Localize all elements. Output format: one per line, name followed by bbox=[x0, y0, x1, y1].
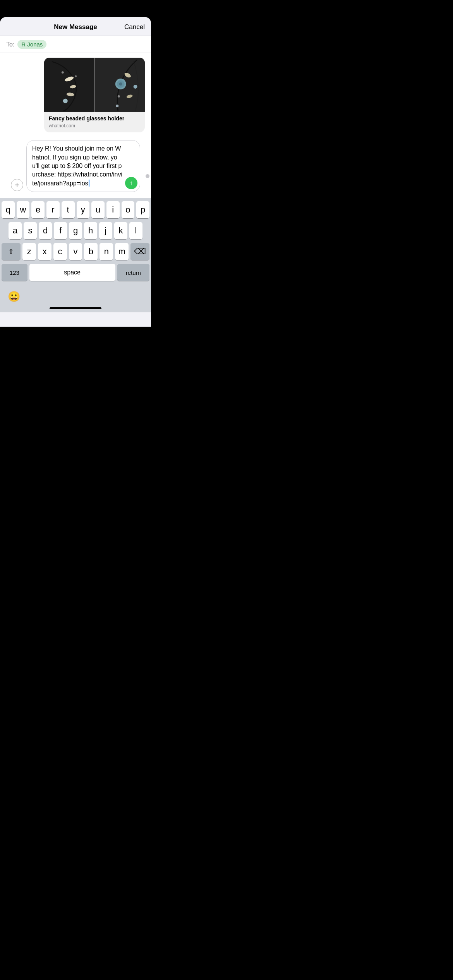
delete-icon: ⌫ bbox=[134, 247, 146, 257]
keyboard-row-2: a s d f g h j k l bbox=[2, 222, 149, 239]
link-preview-url: whatnot.com bbox=[49, 123, 140, 128]
emoji-button[interactable]: 😀 bbox=[6, 289, 22, 304]
key-c[interactable]: c bbox=[53, 243, 67, 260]
key-m[interactable]: m bbox=[115, 243, 129, 260]
link-preview-card[interactable]: Fancy beaded glasses holder whatnot.com bbox=[44, 58, 145, 132]
key-p[interactable]: p bbox=[136, 201, 149, 218]
key-h[interactable]: h bbox=[84, 222, 97, 239]
link-preview-title: Fancy beaded glasses holder bbox=[49, 115, 140, 122]
link-preview-images bbox=[44, 58, 145, 112]
svg-point-14 bbox=[133, 85, 137, 89]
key-j[interactable]: j bbox=[99, 222, 112, 239]
bottom-bar: 😀 bbox=[0, 286, 151, 307]
key-s[interactable]: s bbox=[24, 222, 37, 239]
to-field[interactable]: To: R Jonas bbox=[0, 36, 151, 53]
svg-point-11 bbox=[119, 82, 122, 86]
svg-point-6 bbox=[62, 71, 64, 74]
key-o[interactable]: o bbox=[122, 201, 135, 218]
link-preview-info: Fancy beaded glasses holder whatnot.com bbox=[44, 112, 145, 132]
svg-rect-0 bbox=[44, 58, 94, 111]
svg-point-5 bbox=[63, 99, 68, 103]
link-preview-image-left bbox=[44, 58, 95, 112]
add-attachment-button[interactable]: + bbox=[11, 179, 23, 191]
shift-icon: ⇧ bbox=[8, 247, 14, 256]
return-key[interactable]: return bbox=[117, 264, 149, 281]
keyboard-row-1: q w e r t y u i o p bbox=[2, 201, 149, 218]
key-e[interactable]: e bbox=[31, 201, 45, 218]
shift-key[interactable]: ⇧ bbox=[2, 243, 21, 260]
send-button[interactable]: ↑ bbox=[125, 177, 137, 189]
svg-point-16 bbox=[116, 105, 118, 107]
key-k[interactable]: k bbox=[114, 222, 127, 239]
svg-point-15 bbox=[117, 95, 120, 98]
header-bar: New Message Cancel bbox=[0, 17, 151, 36]
key-w[interactable]: w bbox=[17, 201, 30, 218]
delete-key[interactable]: ⌫ bbox=[130, 243, 149, 260]
key-i[interactable]: i bbox=[106, 201, 120, 218]
message-input[interactable]: Hey R! You should join me on Whatnot. If… bbox=[26, 140, 140, 192]
text-cursor bbox=[89, 180, 89, 187]
key-b[interactable]: b bbox=[84, 243, 98, 260]
key-r[interactable]: r bbox=[46, 201, 60, 218]
home-indicator-area bbox=[0, 307, 151, 312]
key-x[interactable]: x bbox=[38, 243, 51, 260]
recipient-chip[interactable]: R Jonas bbox=[17, 40, 46, 49]
key-l[interactable]: l bbox=[129, 222, 142, 239]
key-n[interactable]: n bbox=[100, 243, 113, 260]
send-arrow-icon: ↑ bbox=[130, 180, 133, 186]
numbers-key[interactable]: 123 bbox=[2, 264, 27, 281]
scroll-indicator bbox=[146, 174, 149, 178]
keyboard-row-3: ⇧ z x c v b n m ⌫ bbox=[2, 243, 149, 260]
input-row: + Hey R! You should join me on Whatnot. … bbox=[6, 137, 145, 195]
message-text: Hey R! You should join me on Whatnot. If… bbox=[32, 145, 122, 187]
key-u[interactable]: u bbox=[91, 201, 105, 218]
emoji-icon: 😀 bbox=[8, 291, 20, 303]
space-key[interactable]: space bbox=[29, 264, 115, 281]
key-d[interactable]: d bbox=[39, 222, 52, 239]
key-v[interactable]: v bbox=[69, 243, 82, 260]
key-q[interactable]: q bbox=[2, 201, 15, 218]
key-t[interactable]: t bbox=[62, 201, 75, 218]
svg-point-7 bbox=[75, 75, 77, 77]
keyboard-row-bottom: 123 space return bbox=[2, 264, 149, 281]
key-g[interactable]: g bbox=[69, 222, 82, 239]
cancel-button[interactable]: Cancel bbox=[124, 23, 145, 31]
key-f[interactable]: f bbox=[54, 222, 67, 239]
to-label: To: bbox=[6, 41, 14, 48]
home-bar bbox=[50, 307, 101, 309]
key-y[interactable]: y bbox=[77, 201, 90, 218]
header-title: New Message bbox=[54, 23, 97, 31]
key-z[interactable]: z bbox=[22, 243, 36, 260]
key-a[interactable]: a bbox=[9, 222, 22, 239]
keyboard: q w e r t y u i o p a s d f g h j k l ⇧ bbox=[0, 198, 151, 286]
link-preview-image-right bbox=[95, 58, 145, 112]
message-area: Fancy beaded glasses holder whatnot.com … bbox=[0, 53, 151, 198]
